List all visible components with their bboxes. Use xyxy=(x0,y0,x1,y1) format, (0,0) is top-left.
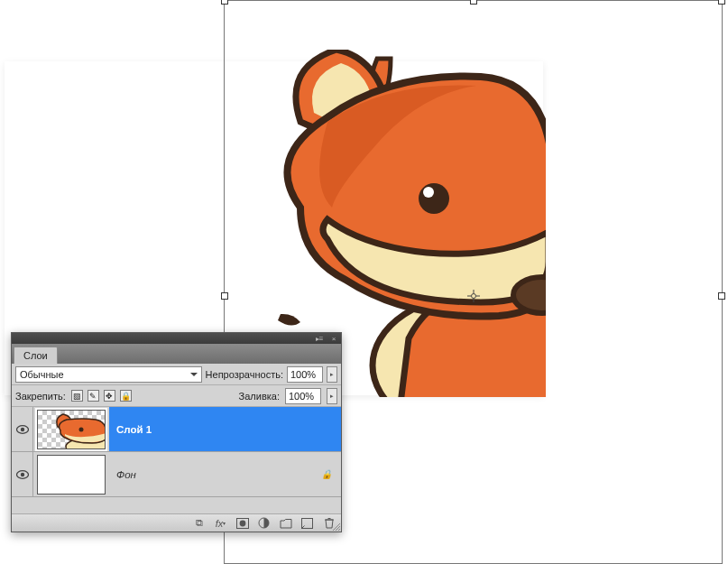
panel-tab-bar: Слои xyxy=(12,344,341,364)
eye-icon xyxy=(16,425,29,434)
layer-name: Слой 1 xyxy=(116,424,152,435)
opacity-spinner-icon[interactable]: ▸ xyxy=(327,366,337,383)
svg-point-2 xyxy=(419,183,449,214)
layer-thumbnail[interactable] xyxy=(37,410,106,449)
lock-label: Закрепить: xyxy=(15,391,66,402)
lock-pixels-icon[interactable]: ✎ xyxy=(88,390,99,402)
svg-point-1 xyxy=(513,277,546,313)
svg-point-10 xyxy=(20,427,23,430)
blend-mode-value: Обычные xyxy=(20,369,64,380)
svg-point-14 xyxy=(20,472,23,476)
chevron-down-icon xyxy=(190,373,198,376)
layer-list: Слой 1 Фон 🔒 xyxy=(12,407,341,497)
tab-label: Слои xyxy=(23,350,48,361)
lock-all-icon[interactable]: 🔒 xyxy=(120,390,132,402)
panel-titlebar[interactable]: ▸≡ × xyxy=(12,333,341,344)
layer-thumbnail-wrapper xyxy=(33,407,109,451)
lock-position-icon[interactable]: ✥ xyxy=(104,390,115,402)
opacity-value: 100% xyxy=(290,369,316,380)
layer-thumbnail[interactable] xyxy=(37,455,106,495)
blend-opacity-row: Обычные Непрозрачность: 100% ▸ xyxy=(12,364,341,385)
svg-point-3 xyxy=(423,187,434,198)
adjustment-layer-icon[interactable] xyxy=(257,517,271,530)
new-group-icon[interactable] xyxy=(279,517,292,530)
opacity-label: Непрозрачность: xyxy=(206,369,283,380)
layer-row-1[interactable]: Слой 1 xyxy=(12,407,341,452)
layer-visibility-toggle[interactable] xyxy=(12,407,33,451)
blend-mode-select[interactable]: Обычные xyxy=(15,366,202,383)
lock-icon: 🔒 xyxy=(321,469,332,479)
layers-panel[interactable]: ▸≡ × Слои Обычные Непрозрачность: 100% ▸… xyxy=(11,332,342,532)
fill-value: 100% xyxy=(289,391,314,402)
fill-input[interactable]: 100% xyxy=(285,388,321,404)
eye-icon xyxy=(16,470,29,479)
new-layer-icon[interactable] xyxy=(300,517,314,530)
tab-layers[interactable]: Слои xyxy=(14,347,58,364)
layer-body[interactable]: Фон 🔒 xyxy=(109,452,341,496)
svg-point-12 xyxy=(79,427,84,431)
link-layers-icon[interactable]: ⧉ xyxy=(192,517,206,530)
layer-thumbnail-wrapper xyxy=(33,452,109,496)
panel-footer: ⧉ fx▾ xyxy=(12,513,341,532)
layer-list-empty xyxy=(12,497,341,513)
lock-transparency-icon[interactable]: ▧ xyxy=(71,390,83,402)
panel-menu-icon[interactable]: ▸≡ xyxy=(314,335,325,342)
svg-point-16 xyxy=(239,520,245,526)
opacity-input[interactable]: 100% xyxy=(287,366,323,383)
layer-visibility-toggle[interactable] xyxy=(12,452,33,496)
layer-name: Фон xyxy=(116,469,136,480)
panel-resize-grip-icon[interactable] xyxy=(331,522,340,531)
layer-fx-icon[interactable]: fx▾ xyxy=(214,517,227,530)
lock-buttons: ▧ ✎ ✥ 🔒 xyxy=(71,390,132,402)
svg-line-21 xyxy=(338,529,340,531)
lock-fill-row: Закрепить: ▧ ✎ ✥ 🔒 Заливка: 100% ▸ xyxy=(12,385,341,407)
layer-row-background[interactable]: Фон 🔒 xyxy=(12,452,341,497)
fill-label: Заливка: xyxy=(239,391,280,402)
panel-close-icon[interactable]: × xyxy=(328,335,339,342)
fill-spinner-icon[interactable]: ▸ xyxy=(327,388,337,404)
layer-mask-icon[interactable] xyxy=(235,517,249,530)
layer-body[interactable]: Слой 1 xyxy=(109,407,341,451)
